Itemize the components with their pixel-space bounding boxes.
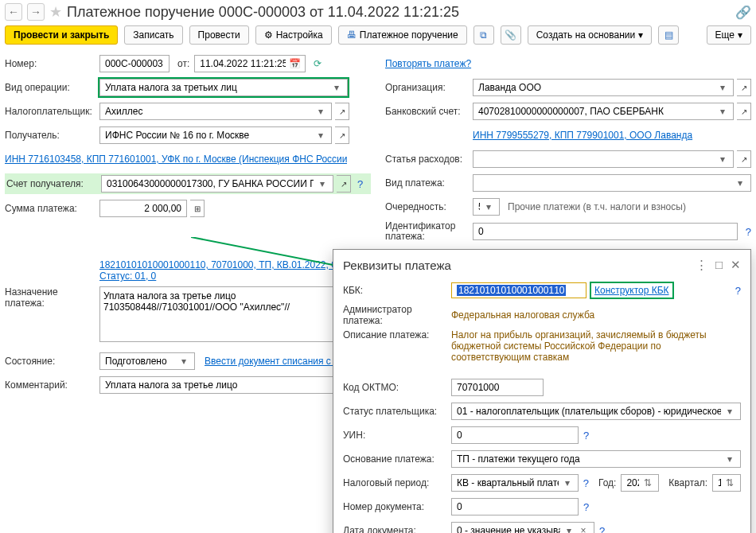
op-type-label: Вид операции:: [5, 82, 96, 93]
help-icon[interactable]: ?: [735, 285, 741, 297]
open-ext-icon[interactable]: ↗: [337, 175, 351, 193]
number-label: Номер:: [5, 58, 96, 69]
recipient-label: Получатель:: [5, 130, 96, 141]
recipient-acct-label: Счет получателя:: [6, 178, 98, 189]
op-type-select[interactable]: [103, 81, 329, 94]
open-ext-icon[interactable]: ↗: [737, 79, 751, 96]
favorite-icon[interactable]: ★: [49, 3, 62, 21]
org-label: Организация:: [385, 82, 470, 93]
purpose-textarea[interactable]: [99, 286, 348, 342]
org-details-link[interactable]: ИНН 7799555279, КПП 779901001, ООО Лаван…: [473, 130, 692, 141]
dropdown-icon[interactable]: ▾: [715, 82, 730, 93]
writeoff-link[interactable]: Ввести документ списания с ...: [205, 356, 341, 367]
nav-fwd-button[interactable]: →: [27, 3, 45, 21]
dropdown-icon[interactable]: ▾: [177, 356, 191, 367]
dialog-more-icon[interactable]: ⋮: [696, 258, 707, 272]
dropdown-icon[interactable]: ▾: [314, 106, 328, 117]
dropdown-icon[interactable]: ▾: [715, 154, 730, 165]
oktmo-input[interactable]: [455, 381, 540, 394]
bank-acct-label: Банковский счет:: [385, 106, 470, 117]
payment-details-dialog: Реквизиты платежа ⋮ □ ✕ КБК: 18210101010…: [333, 249, 751, 398]
calendar-icon[interactable]: 📅: [287, 58, 302, 69]
structure-button[interactable]: ⧉: [473, 25, 494, 45]
printer-icon: 🖶: [347, 29, 357, 41]
desc-value: Налог на прибыль организаций, зачисляемы…: [451, 329, 741, 363]
dialog-close-icon[interactable]: ✕: [731, 258, 741, 272]
process-close-button[interactable]: Провести и закрыть: [5, 25, 118, 45]
bank-acct-input[interactable]: [477, 105, 715, 118]
attach-button[interactable]: 📎: [501, 25, 521, 45]
repeat-link[interactable]: Повторять платеж?: [385, 58, 471, 69]
dropdown-icon[interactable]: ▾: [733, 177, 747, 189]
create-based-button[interactable]: Создать на основании ▾: [528, 25, 653, 45]
help-icon[interactable]: ?: [357, 178, 363, 190]
open-ext-icon[interactable]: ↗: [335, 126, 349, 144]
payment-type-select[interactable]: [477, 177, 733, 189]
open-ext-icon[interactable]: ↗: [737, 150, 751, 168]
settings-button[interactable]: ⚙Настройка: [255, 25, 332, 45]
open-ext-icon[interactable]: ↗: [335, 103, 349, 120]
dropdown-icon[interactable]: ▾: [315, 178, 329, 189]
process-button[interactable]: Провести: [189, 25, 249, 45]
state-select[interactable]: [103, 355, 177, 368]
taxpayer-input[interactable]: [103, 105, 314, 118]
refresh-icon[interactable]: ⟳: [314, 58, 321, 69]
sum-input[interactable]: [103, 202, 183, 215]
recipient-input[interactable]: [103, 129, 314, 142]
kbk-constructor-link[interactable]: Конструктор КБК: [591, 283, 672, 298]
order-label: Очередность:: [385, 201, 470, 212]
comment-label: Комментарий:: [5, 379, 96, 391]
state-label: Состояние:: [5, 356, 96, 367]
dialog-expand-icon[interactable]: □: [715, 258, 723, 272]
purpose-label: Назначение платежа:: [5, 286, 96, 309]
date-label: от:: [177, 58, 189, 69]
report-button[interactable]: ▤: [658, 25, 679, 45]
ident-label: Идентификатор платежа:: [385, 221, 470, 242]
payment-type-label: Вид платежа:: [385, 177, 470, 189]
expense-input[interactable]: [477, 153, 715, 165]
link-icon[interactable]: 🔗: [735, 5, 751, 20]
desc-label: Описание платежа:: [343, 329, 446, 340]
date-input[interactable]: [198, 57, 287, 70]
sum-label: Сумма платежа:: [5, 203, 96, 214]
dialog-title: Реквизиты платежа: [343, 259, 451, 272]
calculator-icon[interactable]: ⊞: [190, 200, 205, 217]
kbk-label: КБК:: [343, 285, 446, 296]
open-ext-icon[interactable]: ↗: [737, 103, 751, 120]
admin-value: Федеральная налоговая служба: [451, 309, 594, 321]
comment-input[interactable]: [103, 379, 344, 391]
dropdown-icon[interactable]: ▾: [314, 130, 328, 141]
recipient-details-link[interactable]: ИНН 7716103458, КПП 771601001, УФК по г.…: [5, 154, 347, 165]
oktmo-label: Код ОКТМО:: [343, 382, 446, 393]
number-input[interactable]: [103, 57, 166, 70]
taxpayer-label: Налогоплательщик:: [5, 106, 96, 117]
page-title: Платежное поручение 000С-000003 от 11.04…: [67, 4, 459, 21]
dropdown-icon[interactable]: ▾: [329, 82, 344, 93]
help-icon[interactable]: ?: [746, 226, 751, 238]
dropdown-icon[interactable]: ▾: [715, 106, 730, 117]
ident-input[interactable]: [477, 225, 734, 238]
tax-details-link[interactable]: 18210101010001000110, 70701000, ТП, КВ.0…: [99, 259, 371, 282]
recipient-acct-input[interactable]: [105, 177, 315, 190]
dropdown-icon[interactable]: ▾: [481, 201, 496, 212]
kbk-field[interactable]: 18210101010001000110: [451, 282, 586, 298]
gear-icon: ⚙: [264, 29, 273, 41]
admin-label: Администратор платежа:: [343, 304, 446, 326]
order-hint: Прочие платежи (в т.ч. налоги и взносы): [508, 201, 686, 212]
org-input[interactable]: [477, 81, 715, 94]
nav-back-button[interactable]: ←: [5, 3, 22, 21]
print-pp-button[interactable]: 🖶Платежное поручение: [338, 25, 467, 45]
write-button[interactable]: Записать: [124, 25, 182, 45]
more-button[interactable]: Еще ▾: [707, 25, 751, 45]
expense-label: Статья расходов:: [385, 154, 470, 165]
